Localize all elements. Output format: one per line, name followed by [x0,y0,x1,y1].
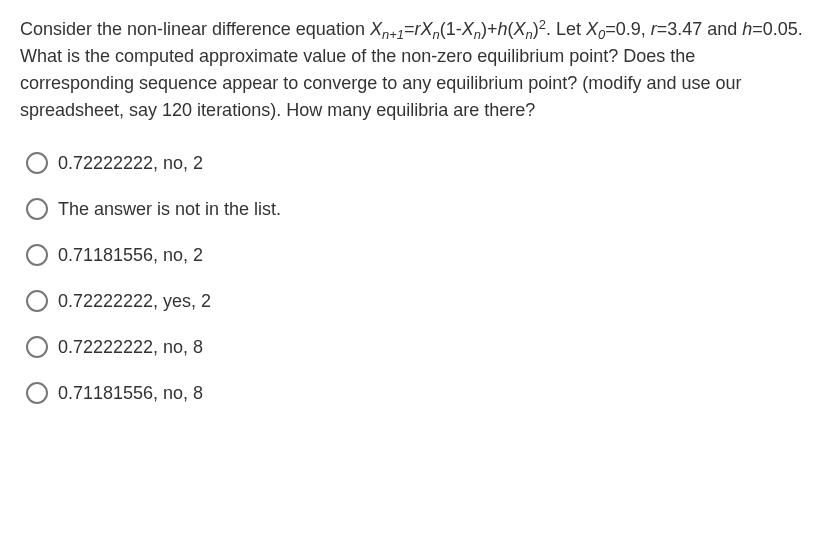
q-sub-n3: n [525,27,532,42]
radio-icon [26,152,48,174]
option-4[interactable]: 0.72222222, yes, 2 [26,290,811,312]
q-var-h2: h [742,19,752,39]
options-group: 0.72222222, no, 2 The answer is not in t… [26,152,811,404]
q-eq: = [404,19,415,39]
q-p1: (1- [440,19,462,39]
option-2[interactable]: The answer is not in the list. [26,198,811,220]
option-label: 0.72222222, no, 8 [58,337,203,358]
radio-icon [26,198,48,220]
q-sub-n1: n+1 [382,27,404,42]
radio-icon [26,336,48,358]
q-sq: 2 [539,17,546,32]
q-sub-n: n [432,27,439,42]
radio-icon [26,244,48,266]
question-text: Consider the non-linear difference equat… [20,16,811,124]
q-pre: Consider the non-linear difference equat… [20,19,370,39]
option-label: The answer is not in the list. [58,199,281,220]
q-p4: ) [533,19,539,39]
option-label: 0.72222222, no, 2 [58,153,203,174]
option-3[interactable]: 0.71181556, no, 2 [26,244,811,266]
q-var-x2: X [420,19,432,39]
option-label: 0.71181556, no, 8 [58,383,203,404]
q-post1: . Let [546,19,586,39]
q-var-x4: X [513,19,525,39]
q-sub-n2: n [474,27,481,42]
option-6[interactable]: 0.71181556, no, 8 [26,382,811,404]
q-var-x: X [370,19,382,39]
q-post2: =0.9, [605,19,651,39]
option-1[interactable]: 0.72222222, no, 2 [26,152,811,174]
radio-icon [26,382,48,404]
q-var-h: h [497,19,507,39]
option-5[interactable]: 0.72222222, no, 8 [26,336,811,358]
q-var-x0: X [586,19,598,39]
radio-icon [26,290,48,312]
option-label: 0.72222222, yes, 2 [58,291,211,312]
q-post3: =3.47 and [657,19,743,39]
q-p2: )+ [481,19,498,39]
q-sub0: 0 [598,27,605,42]
q-var-x3: X [462,19,474,39]
option-label: 0.71181556, no, 2 [58,245,203,266]
